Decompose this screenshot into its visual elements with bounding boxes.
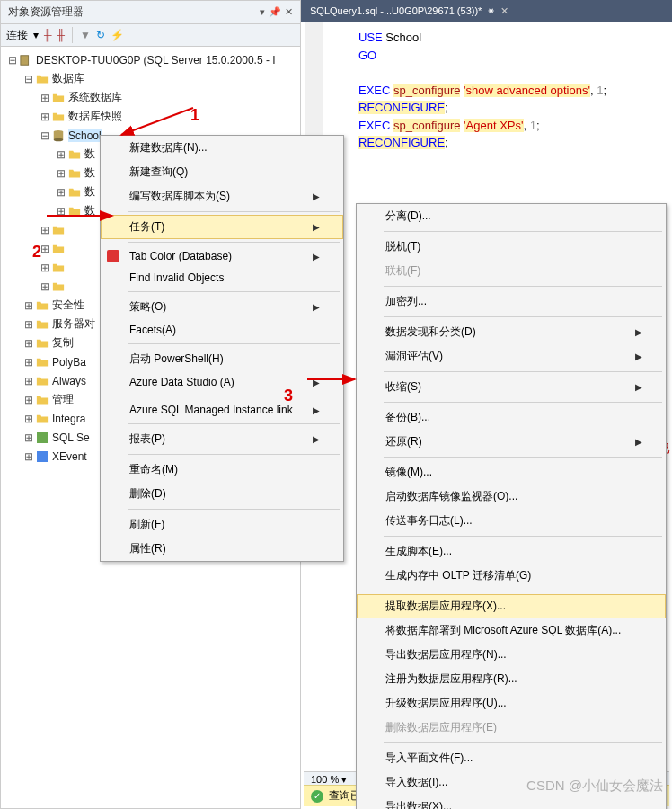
menu-separator [384, 536, 662, 537]
folder-icon [67, 147, 82, 162]
expand-icon[interactable]: ⊞ [39, 224, 51, 236]
database-icon [51, 129, 66, 143]
collapse-icon[interactable]: ⊟ [39, 129, 51, 142]
menu-item-label: 联机(F) [385, 263, 420, 279]
expand-icon[interactable]: ⊞ [55, 167, 67, 180]
menu-item[interactable]: 策略(O)▶ [101, 295, 343, 319]
collapse-icon[interactable]: ⊟ [22, 73, 35, 85]
dropdown-icon[interactable]: ▾ [260, 6, 265, 18]
menu-item[interactable]: 编写数据库脚本为(S)▶ [101, 184, 343, 209]
menu-item[interactable]: Find Invalid Objects [101, 267, 343, 289]
menu-item[interactable]: 将数据库部署到 Microsoft Azure SQL 数据库(A)... [357, 618, 666, 643]
menu-item[interactable]: 新建数据库(N)... [101, 136, 343, 160]
menu-item[interactable]: 重命名(M) [101, 458, 343, 482]
menu-item[interactable]: 删除(D) [101, 482, 343, 506]
expand-icon[interactable]: ⊞ [22, 299, 35, 312]
menu-item[interactable]: 新建查询(Q) [101, 160, 343, 184]
expand-icon[interactable]: ⊞ [39, 280, 51, 293]
menu-item-label: 还原(R) [385, 434, 422, 449]
menu-item[interactable]: 属性(R) [101, 537, 343, 561]
menu-item[interactable]: 任务(T)▶ [101, 215, 343, 239]
xevent-icon [35, 449, 49, 464]
menu-item[interactable]: 导出数据层应用程序(N)... [357, 643, 666, 667]
snapshot-node[interactable]: ⊞数据库快照 [3, 107, 298, 126]
menu-item[interactable]: 分离(D)... [357, 204, 666, 228]
connect-button[interactable]: 连接 [6, 28, 28, 43]
menu-item-label: 导出数据层应用程序(N)... [385, 647, 507, 662]
folder-icon [35, 393, 49, 407]
sql-editor[interactable]: USE School GO EXEC sp_configure 'show ad… [305, 22, 672, 159]
activity-icon[interactable]: ⚡ [111, 29, 124, 41]
menu-item[interactable]: 备份(B)... [357, 405, 666, 430]
dropdown-icon[interactable]: ▾ [341, 774, 347, 785]
expand-icon[interactable]: ⊞ [22, 413, 35, 425]
menu-item[interactable]: 镜像(M)... [357, 460, 666, 485]
expand-icon[interactable]: ⊞ [55, 148, 67, 161]
menu-item[interactable]: 数据发现和分类(D)▶ [357, 320, 666, 344]
menu-item[interactable]: 升级数据层应用程序(U)... [357, 691, 666, 716]
pin-icon[interactable]: 📌 [269, 6, 281, 18]
menu-item[interactable]: 导入平面文件(F)... [357, 746, 666, 770]
menu-item[interactable]: 生成脚本(E)... [357, 539, 666, 564]
menu-item[interactable]: Azure SQL Managed Instance link▶ [101, 399, 343, 421]
toolbar-icon[interactable]: ╫ [57, 29, 66, 41]
close-icon[interactable]: ✕ [500, 5, 508, 17]
menu-item[interactable]: Facets(A) [101, 319, 343, 341]
expand-icon[interactable]: ⊞ [22, 318, 35, 331]
filter-icon[interactable]: ▼ [80, 29, 91, 41]
expand-icon[interactable]: ⊞ [55, 186, 67, 199]
zoom-value[interactable]: 100 % [311, 774, 339, 785]
menu-item[interactable]: 刷新(F) [101, 512, 343, 537]
expand-icon[interactable]: ⊞ [22, 431, 35, 444]
dropdown-icon[interactable]: ▾ [33, 29, 39, 41]
sys-db-node[interactable]: ⊞系统数据库 [3, 88, 298, 107]
menu-item[interactable]: Azure Data Studio (A)▶ [101, 371, 343, 393]
menu-item-label: 脱机(T) [385, 239, 420, 254]
menu-item[interactable]: 报表(P)▶ [101, 427, 343, 451]
collapse-icon[interactable]: ⊟ [6, 54, 19, 67]
annotation-number-3: 3 [284, 387, 293, 405]
menu-item-label: 漏洞评估(V) [385, 349, 443, 364]
close-icon[interactable]: ✕ [285, 6, 293, 18]
menu-item[interactable]: 加密列... [357, 289, 666, 314]
expand-icon[interactable]: ⊞ [39, 111, 51, 123]
expand-icon[interactable]: ⊞ [22, 337, 35, 350]
toolbar-icon[interactable]: ╫ [44, 29, 52, 41]
expand-icon[interactable]: ⊞ [22, 450, 35, 463]
menu-item-label: 重命名(M) [129, 462, 178, 477]
tab-bar: SQLQuery1.sql -...U0G0P\29671 (53))* ⁕ ✕ [301, 0, 672, 22]
menu-item[interactable]: 导出数据(X)... [357, 795, 666, 809]
menu-item[interactable]: Tab Color (Database)▶ [101, 245, 343, 267]
menu-separator [128, 242, 340, 243]
menu-item-label: Azure Data Studio (A) [129, 376, 234, 388]
tab-sqlquery[interactable]: SQLQuery1.sql -...U0G0P\29671 (53))* ⁕ ✕ [301, 3, 517, 20]
pin-icon[interactable]: ⁕ [487, 5, 495, 17]
separator [72, 27, 73, 43]
menu-separator [384, 371, 662, 372]
folder-icon [35, 355, 49, 369]
menu-item[interactable]: 传送事务日志(L)... [357, 509, 666, 533]
expand-icon[interactable]: ⊞ [22, 394, 35, 406]
server-node[interactable]: ⊟DESKTOP-TUU0G0P (SQL Server 15.0.2000.5… [3, 50, 298, 69]
expand-icon[interactable]: ⊞ [39, 92, 51, 104]
refresh-icon[interactable]: ↻ [96, 29, 105, 41]
menu-item[interactable]: 还原(R)▶ [357, 430, 666, 454]
submenu-arrow-icon: ▶ [635, 437, 642, 447]
expand-icon[interactable]: ⊞ [39, 262, 51, 274]
menu-item[interactable]: 生成内存中 OLTP 迁移清单(G) [357, 564, 666, 588]
menu-item[interactable]: 收缩(S)▶ [357, 375, 666, 399]
menu-item-label: 刷新(F) [129, 517, 164, 532]
expand-icon[interactable]: ⊞ [22, 375, 35, 387]
menu-item[interactable]: 注册为数据层应用程序(R)... [357, 667, 666, 691]
submenu-arrow-icon: ▶ [313, 252, 320, 262]
databases-node[interactable]: ⊟数据库 [3, 69, 298, 88]
menu-item[interactable]: 提取数据层应用程序(X)... [357, 594, 666, 618]
menu-item[interactable]: 启动数据库镜像监视器(O)... [357, 485, 666, 509]
menu-item[interactable]: 漏洞评估(V)▶ [357, 344, 666, 369]
menu-item[interactable]: 脱机(T) [357, 235, 666, 259]
expand-icon[interactable]: ⊞ [55, 205, 67, 218]
expand-icon[interactable]: ⊞ [22, 356, 35, 369]
menu-item[interactable]: 启动 PowerShell(H) [101, 347, 343, 371]
svg-point-3 [54, 138, 64, 141]
svg-rect-4 [37, 432, 48, 443]
